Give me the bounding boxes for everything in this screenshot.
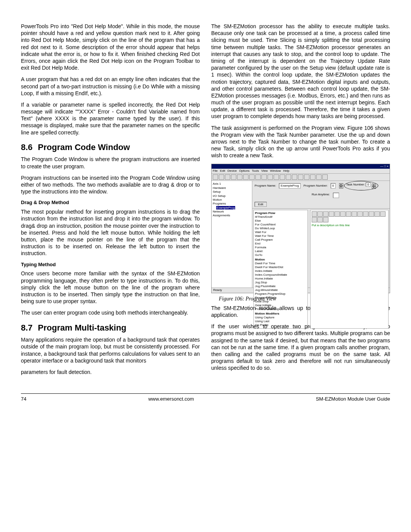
menu-window[interactable]: Window <box>270 169 281 173</box>
menu-edit[interactable]: Edit <box>220 169 225 173</box>
toolbar-button[interactable] <box>286 174 291 180</box>
program-name-label: Program Name: <box>255 184 276 188</box>
instr-item[interactable]: Using Capture <box>255 316 306 320</box>
code-tool[interactable] <box>380 211 386 217</box>
task-number-spinner[interactable]: ▲▼ <box>372 184 376 189</box>
instr-item[interactable]: Home.Initiate <box>255 277 306 281</box>
tree-node[interactable]: Setup <box>213 190 251 194</box>
task-number-field[interactable]: 0 <box>366 182 370 187</box>
body-paragraph: parameters for fault detection. <box>21 369 200 375</box>
instr-item[interactable]: Index.Initiate <box>255 269 306 273</box>
toolbar-button[interactable] <box>292 174 297 180</box>
program-number-spinner[interactable]: ▲▼ <box>339 183 343 189</box>
tree-node[interactable]: Hardware <box>213 186 251 190</box>
instr-item[interactable]: Wait For <box>255 230 306 234</box>
instr-item[interactable]: Call Program <box>255 238 306 242</box>
code-tool[interactable] <box>329 211 334 217</box>
code-tool[interactable] <box>346 211 351 217</box>
code-tool[interactable] <box>323 211 328 217</box>
instr-item[interactable]: Else <box>255 219 306 223</box>
body-paragraph: Program instructions can be inserted int… <box>21 174 200 195</box>
instr-item[interactable]: Formula <box>255 246 306 249</box>
code-tool[interactable] <box>317 211 323 217</box>
run-anytime-checkbox[interactable] <box>333 193 339 198</box>
body-paragraph: The most popular method for inserting pr… <box>21 208 200 257</box>
toolbar-button[interactable] <box>243 174 249 180</box>
code-tool[interactable] <box>352 211 357 217</box>
tree-node[interactable]: Programs <box>213 202 251 206</box>
tree-node[interactable]: Motion <box>213 198 251 202</box>
menu-tools[interactable]: Tools <box>252 169 259 173</box>
toolbar-button[interactable] <box>316 174 322 180</box>
code-tool[interactable] <box>363 211 368 217</box>
program-number-field[interactable]: 0 <box>331 183 335 189</box>
body-paragraph: Many applications require the operation … <box>21 336 200 364</box>
instr-item[interactable]: GoTo <box>255 253 306 257</box>
instr-item[interactable]: Label: <box>255 249 306 253</box>
toolbar-button[interactable] <box>304 174 309 180</box>
toolbar-button[interactable] <box>274 174 279 180</box>
menu-file[interactable]: File <box>213 169 218 173</box>
toolbar-button[interactable] <box>213 174 218 180</box>
instr-item[interactable]: If/Then/EndIf <box>255 215 306 219</box>
window-titlebar: — □ × <box>212 164 390 169</box>
subheading-typing: Typing Method <box>21 262 200 268</box>
code-tool[interactable] <box>340 211 346 217</box>
toolbar-button[interactable] <box>249 174 255 180</box>
toolbar-button[interactable] <box>255 174 261 180</box>
code-placeholder-line: Put a description on this line <box>312 224 387 227</box>
toolbar-button[interactable] <box>310 174 315 180</box>
instr-item[interactable]: Dwell For MasterDist <box>255 265 306 269</box>
code-tool[interactable] <box>312 217 317 222</box>
code-tool[interactable] <box>374 211 380 217</box>
program-name-field[interactable]: ExampleProg <box>279 183 300 189</box>
code-tool[interactable] <box>317 217 323 222</box>
instr-item[interactable]: End <box>255 242 306 246</box>
program-code-window[interactable]: Put a description on this line <box>310 210 389 329</box>
instr-item[interactable]: Jog.Stop <box>255 281 306 284</box>
body-paragraph: If a variable or parameter name is spell… <box>21 101 200 136</box>
toolbar-button[interactable] <box>322 174 328 180</box>
instr-section: Program Flow <box>255 211 306 215</box>
tree-node[interactable]: Network <box>213 210 251 214</box>
body-paragraph: The SM-EZMotion processor has the abilit… <box>211 23 390 120</box>
task-number-label: Task Number: <box>346 183 365 186</box>
menu-help[interactable]: Help <box>283 169 289 173</box>
page-footer: 74 www.emersonct.com SM-EZMotion Module … <box>21 393 390 403</box>
instr-item[interactable]: Jog.MinusInitiate <box>255 288 306 292</box>
toolbar-button[interactable] <box>219 174 224 180</box>
instr-item[interactable]: Jog.PlusInitiate <box>255 284 306 288</box>
menu-view[interactable]: View <box>261 169 268 173</box>
instr-item[interactable]: Index.CompoundInitiate <box>255 273 306 277</box>
code-tool[interactable] <box>312 211 317 217</box>
run-anytime-label: Run Anytime: <box>312 193 330 198</box>
tree-node[interactable]: Axis 1 <box>213 182 251 186</box>
code-tool[interactable] <box>323 217 328 222</box>
section-title: Program Code Window <box>38 142 130 153</box>
toolbar-button[interactable] <box>225 174 230 180</box>
code-tool[interactable] <box>335 211 340 217</box>
instr-item[interactable]: For Count/Next <box>255 223 306 227</box>
toolbar-button[interactable] <box>298 174 303 180</box>
code-tool[interactable] <box>369 211 374 217</box>
toolbar-button[interactable] <box>280 174 285 180</box>
code-toolbar <box>312 211 387 222</box>
instr-section: Motion Modifiers <box>255 312 306 316</box>
menu-device[interactable]: Device <box>228 169 237 173</box>
toolbar-button[interactable] <box>231 174 236 180</box>
toolbar-button[interactable] <box>268 174 273 180</box>
section-title: Program Multi-tasking <box>38 323 126 334</box>
code-tool[interactable] <box>357 211 363 217</box>
instr-item[interactable]: Wait For Time <box>255 234 306 238</box>
tree-node[interactable]: I/O Setup <box>213 194 251 198</box>
hierarchy-tree[interactable]: Axis 1 Hardware Setup I/O Setup Motion P… <box>212 181 252 288</box>
instr-item[interactable]: Dwell For Time <box>255 262 306 265</box>
toolbar-button[interactable] <box>261 174 267 180</box>
menu-options[interactable]: Options <box>239 169 250 173</box>
footer-guide-title: SM-EZMotion Module User Guide <box>316 396 390 403</box>
instr-item[interactable]: Do While/Loop <box>255 227 306 230</box>
edit-tab[interactable]: Edit <box>255 202 267 207</box>
toolbar-button[interactable] <box>237 174 242 180</box>
tree-node-selected[interactable]: ExampleProg <box>213 206 251 210</box>
tree-node[interactable]: Assignments <box>213 214 251 217</box>
